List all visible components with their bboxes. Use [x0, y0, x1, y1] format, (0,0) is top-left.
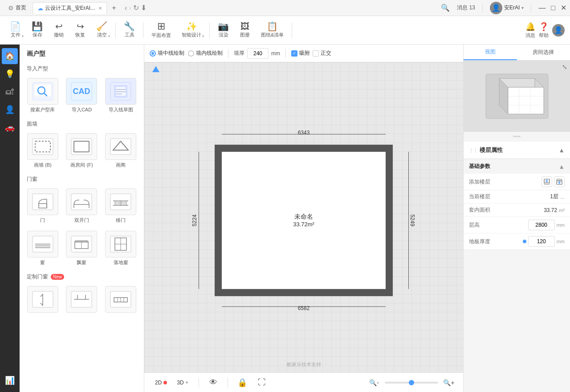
- draw-wall-item[interactable]: 画墙 (B): [25, 133, 61, 168]
- sidebar-car-btn[interactable]: 🚗: [2, 119, 18, 135]
- view-3d-btn[interactable]: 3D ▾: [173, 378, 191, 388]
- add-floor-below-btn[interactable]: [554, 176, 565, 187]
- toolbar-avatar[interactable]: 👤: [552, 24, 565, 37]
- sliding-door-item[interactable]: 移门: [103, 188, 138, 224]
- collapse-icon[interactable]: ▲: [558, 147, 565, 154]
- drawings-btn[interactable]: 📋 图纸&清单: [256, 20, 288, 40]
- layout-btn[interactable]: ⊞ 平面布置: [147, 20, 175, 41]
- cloud-tab[interactable]: ☁ 云设计工具_安ErAI... ✕: [33, 2, 107, 14]
- inner-line-option[interactable]: 墙内线绘制: [188, 49, 223, 57]
- help-icon: ❓: [539, 22, 549, 32]
- tab-close-btn[interactable]: ✕: [98, 6, 102, 11]
- render-btn[interactable]: 📷 渲染: [213, 20, 233, 40]
- wall-grid: 画墙 (B) 画房间 (F): [20, 130, 144, 172]
- nav-forward-btn[interactable]: ›: [129, 4, 131, 12]
- search-library-item[interactable]: 搜索户型库: [25, 78, 61, 113]
- svg-text:CAD: CAD: [73, 87, 90, 96]
- tab-room-label: 房间选择: [533, 49, 554, 56]
- maximize-btn[interactable]: □: [551, 4, 555, 12]
- clear-btn[interactable]: 🧹 清空: [92, 20, 112, 40]
- tab-room[interactable]: 房间选择: [517, 45, 570, 60]
- fullscreen-btn[interactable]: ⛶: [255, 376, 269, 390]
- custom-item-2[interactable]: [64, 286, 100, 314]
- custom-item-1[interactable]: [25, 286, 61, 314]
- canvas[interactable]: 6343 6582 5224: [144, 62, 463, 372]
- new-tab-btn[interactable]: +: [109, 3, 119, 13]
- save-btn[interactable]: 💾 保存: [27, 20, 47, 40]
- undo-btn[interactable]: ↩ 撤销: [49, 20, 69, 40]
- nav-back-btn[interactable]: ‹: [125, 4, 127, 12]
- zoom-out-btn[interactable]: 🔍-: [367, 376, 381, 390]
- window-controls: — □ ✕: [538, 4, 566, 12]
- import-cad-item[interactable]: CAD 导入CAD: [64, 78, 100, 113]
- redo-btn[interactable]: ↪ 恢复: [70, 20, 90, 40]
- minimize-btn[interactable]: —: [538, 4, 546, 12]
- draw-room-item[interactable]: 画房间 (F): [64, 133, 100, 168]
- expand-preview-btn[interactable]: ⤡: [562, 63, 567, 70]
- tab-view[interactable]: 视图: [464, 45, 517, 60]
- floor-height-input[interactable]: [528, 220, 555, 230]
- messages-btn[interactable]: 🔔 消息: [525, 22, 535, 39]
- album-btn[interactable]: 🖼 图册: [235, 20, 255, 40]
- floor-window-item[interactable]: 落地窗: [103, 231, 138, 266]
- center-line-option[interactable]: 墙中线绘制: [150, 49, 184, 57]
- user-name: 安ErAI: [504, 4, 520, 12]
- bay-window-item[interactable]: 飘窗: [64, 231, 100, 266]
- nav-top-right: 🔔 消息 ❓ 帮助 👤: [525, 22, 565, 39]
- add-floor-above-btn[interactable]: [542, 176, 552, 187]
- draw-attic-item[interactable]: 画阁: [103, 133, 138, 168]
- sidebar-data-btn[interactable]: 📊: [2, 372, 18, 388]
- zoom-bar[interactable]: [385, 382, 438, 384]
- snap-label: 吸附: [299, 49, 310, 57]
- custom-item-3[interactable]: [103, 286, 138, 314]
- refresh-btn[interactable]: ↻: [133, 4, 139, 12]
- sep-v1: [228, 49, 228, 58]
- floor-height-row: 层高 mm: [464, 217, 570, 233]
- thickness-group: 墙厚 mm: [234, 48, 280, 59]
- floor-thickness-unit: mm: [557, 239, 565, 244]
- sep3: [209, 22, 210, 38]
- floor-thickness-row: 地板厚度 mm: [464, 233, 570, 250]
- floor-height-label: 层高: [469, 221, 528, 229]
- door-item[interactable]: 门: [25, 188, 61, 224]
- thickness-input[interactable]: [247, 48, 269, 59]
- smart-design-btn[interactable]: ✨ 智能设计: [177, 20, 206, 40]
- eye-btn[interactable]: 👁: [206, 376, 220, 390]
- sidebar-home-btn[interactable]: 🏠: [2, 48, 18, 64]
- sidebar-furniture-btn[interactable]: 🛋: [2, 84, 18, 100]
- current-floor-dots: ...: [560, 194, 565, 200]
- file-menu-btn[interactable]: 📄 文件: [5, 20, 25, 40]
- home-tab[interactable]: ⚙ 首页: [4, 2, 31, 13]
- floor-thickness-input[interactable]: [528, 236, 555, 247]
- panel-drag-handle[interactable]: ••••: [464, 132, 570, 142]
- close-btn[interactable]: ✕: [561, 4, 566, 12]
- double-door-item[interactable]: 双开门: [64, 188, 100, 224]
- help-btn[interactable]: ❓ 帮助: [539, 22, 549, 39]
- drag-dots: ••••: [513, 134, 521, 140]
- divider: [482, 4, 483, 12]
- bell-icon: 🔔: [525, 22, 535, 32]
- params-collapse-icon[interactable]: ▲: [558, 163, 565, 170]
- custom-grid: [20, 282, 144, 318]
- room-inner: 未命名 33.72m²: [222, 152, 386, 289]
- snap-checkbox[interactable]: 吸附: [291, 49, 310, 57]
- floor-title-text: 楼层属性: [480, 146, 503, 154]
- window-item[interactable]: 窗: [25, 231, 61, 266]
- draw-room-icon: [66, 133, 97, 160]
- view-2d-btn[interactable]: 2D: [151, 378, 171, 388]
- sidebar-person-btn[interactable]: 👤: [2, 102, 18, 118]
- search-library-label: 搜索户型库: [30, 106, 55, 113]
- download-btn[interactable]: ⬇: [141, 4, 147, 12]
- render-icon: 📷: [218, 22, 229, 31]
- lock-btn[interactable]: 🔒: [235, 376, 249, 390]
- import-sketch-item[interactable]: 导入线草图: [103, 78, 138, 113]
- search-icon[interactable]: 🔍: [441, 4, 450, 12]
- left-panel: 画户型 导入产型 搜索户型库: [20, 45, 144, 392]
- zoom-in-btn[interactable]: 🔍+: [442, 376, 456, 390]
- sidebar-light-btn[interactable]: 💡: [2, 66, 18, 82]
- tools-btn[interactable]: 🔧 工具: [119, 20, 139, 40]
- add-floor-label: 添加楼层: [469, 178, 542, 186]
- ortho-checkbox[interactable]: 正交: [313, 49, 331, 57]
- messages-label[interactable]: 消息 13: [457, 4, 475, 12]
- user-area[interactable]: 👤 安ErAI ▾: [490, 2, 524, 14]
